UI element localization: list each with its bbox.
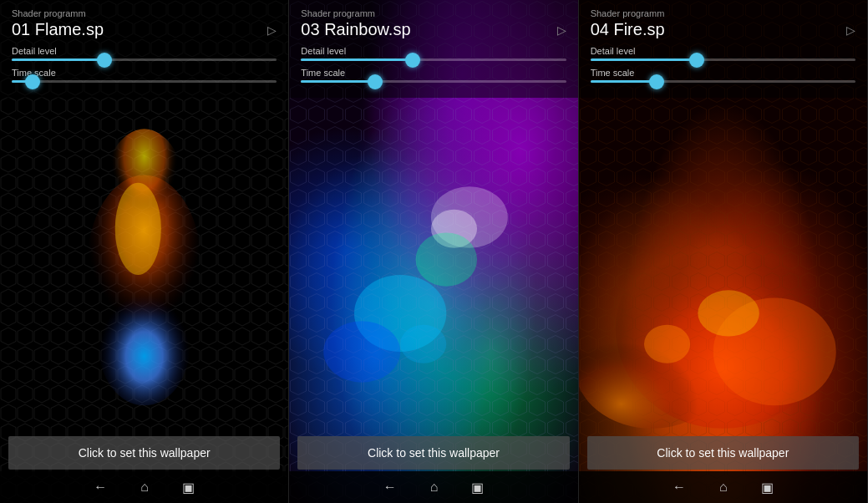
set-wallpaper-button-3[interactable]: Click to set this wallpaper	[587, 436, 859, 470]
recent-button-2[interactable]: ▣	[471, 480, 484, 495]
recent-button-1[interactable]: ▣	[182, 480, 195, 495]
recent-button-3[interactable]: ▣	[761, 480, 774, 495]
home-button-1[interactable]: ⌂	[140, 480, 149, 495]
timescale-label-2: Time scale	[301, 68, 566, 78]
phone-panel-fire: Shader programm 04 Fire.sp Detail level …	[579, 0, 868, 503]
timescale-row-1: Time scale	[12, 68, 277, 83]
controls-panel-2: Shader programm 03 Rainbow.sp Detail lev…	[289, 0, 577, 98]
controls-panel-3: Shader programm 04 Fire.sp Detail level …	[579, 0, 867, 98]
back-button-1[interactable]: ←	[94, 480, 107, 495]
timescale-label-1: Time scale	[12, 68, 277, 78]
svg-point-13	[698, 290, 759, 336]
shader-label-1: Shader programm	[12, 8, 277, 18]
phone-panel-flame: Shader programm 01 Flame.sp Detail level…	[0, 0, 289, 503]
back-button-3[interactable]: ←	[673, 480, 686, 495]
nav-bar-3: ← ⌂ ▣	[579, 471, 867, 503]
shader-name-2[interactable]: 03 Rainbow.sp	[301, 20, 566, 39]
detail-level-row-1: Detail level	[12, 46, 277, 61]
detail-label-2: Detail level	[301, 46, 566, 56]
svg-point-6	[416, 232, 478, 286]
fire-dots-art	[579, 75, 867, 436]
timescale-label-3: Time scale	[591, 68, 855, 78]
detail-level-row-2: Detail level	[301, 46, 566, 61]
phone-panel-rainbow: Shader programm 03 Rainbow.sp Detail lev…	[289, 0, 578, 503]
timescale-slider-3[interactable]	[591, 80, 855, 83]
detail-label-3: Detail level	[591, 46, 855, 56]
set-wallpaper-button-2[interactable]: Click to set this wallpaper	[297, 436, 569, 470]
detail-slider-3[interactable]	[591, 58, 855, 61]
shader-label-3: Shader programm	[591, 8, 855, 18]
nav-bar-2: ← ⌂ ▣	[289, 471, 577, 503]
svg-point-9	[400, 325, 446, 363]
home-button-3[interactable]: ⌂	[719, 480, 728, 495]
timescale-row-3: Time scale	[591, 68, 855, 83]
timescale-slider-2[interactable]	[301, 80, 566, 83]
timescale-slider-1[interactable]	[12, 80, 277, 83]
shader-label-2: Shader programm	[301, 8, 566, 18]
detail-level-row-3: Detail level	[591, 46, 855, 61]
timescale-row-2: Time scale	[301, 68, 566, 83]
back-button-2[interactable]: ←	[383, 480, 397, 495]
shader-name-3[interactable]: 04 Fire.sp	[591, 20, 855, 39]
svg-point-8	[324, 321, 401, 383]
detail-label-1: Detail level	[12, 46, 277, 56]
rainbow-dots-art	[289, 75, 577, 436]
set-wallpaper-button-1[interactable]: Click to set this wallpaper	[8, 436, 280, 470]
controls-panel-1: Shader programm 01 Flame.sp Detail level…	[0, 0, 288, 98]
nav-bar-1: ← ⌂ ▣	[0, 471, 288, 503]
flame-art	[0, 75, 288, 436]
svg-point-14	[644, 325, 690, 363]
shader-name-1[interactable]: 01 Flame.sp	[12, 20, 277, 39]
home-button-2[interactable]: ⌂	[430, 480, 439, 495]
detail-slider-2[interactable]	[301, 58, 566, 61]
detail-slider-1[interactable]	[12, 58, 277, 61]
svg-point-3	[115, 183, 161, 275]
